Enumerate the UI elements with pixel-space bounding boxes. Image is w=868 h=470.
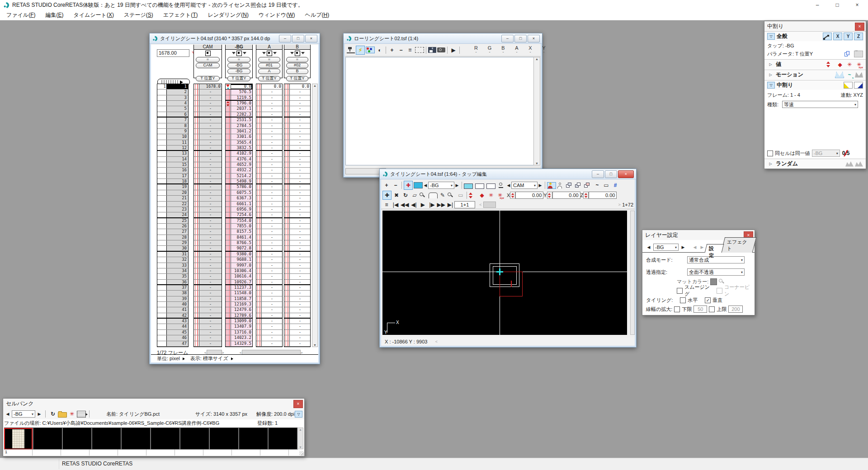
a-cell[interactable]: - bbox=[256, 106, 282, 112]
frame-number-cell[interactable]: 16 bbox=[167, 168, 188, 173]
b-cell[interactable]: - bbox=[284, 240, 310, 246]
key-lane[interactable] bbox=[226, 335, 231, 340]
save-icon[interactable] bbox=[428, 47, 436, 53]
bg-cell[interactable]: 2282.3 bbox=[226, 112, 252, 118]
key-lane[interactable] bbox=[226, 146, 231, 150]
b-value[interactable]: - bbox=[290, 324, 310, 329]
bg-value[interactable]: 2531.5 bbox=[231, 118, 252, 122]
cel-number-cell[interactable] bbox=[157, 218, 167, 223]
b-value[interactable]: - bbox=[290, 118, 310, 122]
z-value-input[interactable]: 0.00 bbox=[589, 192, 617, 199]
key-lane[interactable] bbox=[256, 196, 262, 201]
collapse-toggle-icon[interactable]: ▷ bbox=[767, 161, 774, 167]
b-value[interactable]: - bbox=[290, 157, 310, 162]
bg-value[interactable]: 12479.6 bbox=[231, 307, 252, 312]
cam-cell[interactable]: - bbox=[194, 112, 222, 118]
cel-number-cell[interactable] bbox=[157, 157, 167, 162]
cel-number-cell[interactable] bbox=[157, 123, 167, 128]
key-lane[interactable] bbox=[194, 101, 199, 106]
key-lane[interactable] bbox=[226, 263, 231, 268]
b-cell[interactable]: - bbox=[284, 335, 310, 341]
resize-grip[interactable] bbox=[299, 451, 304, 456]
key-lane[interactable] bbox=[256, 106, 262, 111]
frame-number-cell[interactable]: 42 bbox=[167, 313, 188, 318]
cel-number-cell[interactable] bbox=[157, 274, 167, 279]
bg-cell[interactable]: 12169.3 bbox=[226, 302, 252, 307]
frame-number-cell[interactable]: 30 bbox=[167, 246, 188, 250]
cam-value[interactable]: - bbox=[199, 263, 222, 268]
key-lane[interactable] bbox=[256, 324, 262, 329]
key-lane[interactable] bbox=[256, 302, 262, 307]
bg-value[interactable]: 10616.4 bbox=[231, 274, 252, 279]
minimize-button[interactable]: – bbox=[279, 35, 291, 42]
key-lane[interactable] bbox=[256, 146, 262, 150]
frame-row[interactable]: 24 bbox=[157, 212, 188, 218]
a-value[interactable]: - bbox=[262, 134, 282, 139]
key-lane[interactable] bbox=[194, 190, 199, 195]
b-cell[interactable]: - bbox=[284, 207, 310, 212]
a-cell[interactable]: - bbox=[256, 330, 282, 335]
bg-cell[interactable]: 7554.0 bbox=[226, 218, 252, 224]
bg-value[interactable]: 12789.6 bbox=[231, 313, 252, 318]
frame-row[interactable]: 20 bbox=[157, 190, 188, 196]
cam-value[interactable]: - bbox=[199, 235, 222, 240]
b-value[interactable]: - bbox=[290, 212, 310, 217]
a-value[interactable]: - bbox=[262, 335, 282, 340]
cam-value[interactable]: - bbox=[199, 212, 222, 217]
frame-row[interactable]: 18 bbox=[157, 179, 188, 184]
key-updown-icon[interactable] bbox=[826, 61, 835, 67]
a-cell[interactable]: - bbox=[256, 313, 282, 319]
frame-number-cell[interactable]: 44 bbox=[167, 324, 188, 329]
b-cell[interactable]: - bbox=[284, 263, 310, 268]
cam-value[interactable]: - bbox=[199, 140, 222, 145]
key-lane[interactable] bbox=[256, 263, 262, 268]
cam-value[interactable]: - bbox=[199, 157, 222, 162]
area-zoom-icon[interactable] bbox=[448, 193, 456, 198]
canvas-scroll-left-icon[interactable]: < bbox=[434, 339, 439, 344]
timeline-scroll-right-icon[interactable]: > bbox=[617, 202, 622, 207]
b-value[interactable]: - bbox=[290, 341, 310, 346]
bg-cell[interactable]: 14329.5 bbox=[226, 341, 252, 347]
a-cell[interactable]: - bbox=[256, 218, 282, 224]
frame-number-cell[interactable]: 1 bbox=[167, 84, 188, 89]
key-lane[interactable] bbox=[256, 246, 262, 250]
inbetween-panel-title-bar[interactable]: 中割り × bbox=[764, 21, 866, 31]
a-cell[interactable]: - bbox=[256, 112, 282, 118]
frame-number-cell[interactable]: 23 bbox=[167, 207, 188, 212]
key-lane[interactable] bbox=[226, 285, 231, 290]
frame-row[interactable]: 13 bbox=[157, 151, 188, 156]
frame-number-cell[interactable]: 22 bbox=[167, 202, 188, 207]
b-cell[interactable]: - bbox=[284, 184, 310, 190]
display-menu[interactable]: 表示: 標準サイズ bbox=[190, 355, 228, 362]
zoom-out-icon[interactable]: − bbox=[397, 46, 405, 54]
bg-value[interactable]: 12169.3 bbox=[231, 302, 252, 307]
bg-cell[interactable]: 9072.8 bbox=[226, 246, 252, 251]
bg-cell[interactable]: 13716.0 bbox=[226, 330, 252, 335]
key-lane[interactable] bbox=[256, 95, 262, 100]
menu-item[interactable]: レンダリング(N) bbox=[203, 10, 253, 20]
key-lane[interactable] bbox=[256, 129, 262, 134]
frame-number-column[interactable]: 1123456789101112131415161718192021222324… bbox=[157, 84, 189, 347]
a-value[interactable]: - bbox=[262, 280, 282, 284]
cel-thumbnail[interactable] bbox=[33, 428, 62, 450]
cam-cell[interactable]: - bbox=[194, 207, 222, 212]
cube-mid-icon[interactable] bbox=[475, 183, 484, 189]
a-cell[interactable]: - bbox=[256, 274, 282, 279]
cel-number-cell[interactable] bbox=[157, 229, 167, 234]
collapse-toggle-icon[interactable]: ▷ bbox=[767, 72, 774, 78]
smoothing-checkbox[interactable] bbox=[677, 288, 683, 294]
bg-cell[interactable]: 3041.2 bbox=[226, 129, 252, 134]
bg-value[interactable]: 3301.6 bbox=[231, 134, 252, 139]
bg-value[interactable]: 2282.3 bbox=[231, 112, 252, 117]
bg-cell[interactable]: 8157.5 bbox=[226, 229, 252, 235]
channel-toggle-x[interactable]: X- bbox=[527, 46, 534, 54]
param-button[interactable]: T 位置Y bbox=[196, 76, 220, 81]
tap-person-icon[interactable] bbox=[547, 182, 556, 189]
zoom-reset-icon[interactable]: = bbox=[406, 46, 414, 54]
cam-cell[interactable]: - bbox=[194, 134, 222, 140]
a-cell[interactable]: - bbox=[256, 162, 282, 168]
a-value[interactable]: - bbox=[262, 313, 282, 318]
cam-cell[interactable]: - bbox=[194, 324, 222, 329]
collapse-toggle-icon[interactable]: ▽ bbox=[767, 33, 775, 40]
a-cell[interactable]: - bbox=[256, 235, 282, 240]
